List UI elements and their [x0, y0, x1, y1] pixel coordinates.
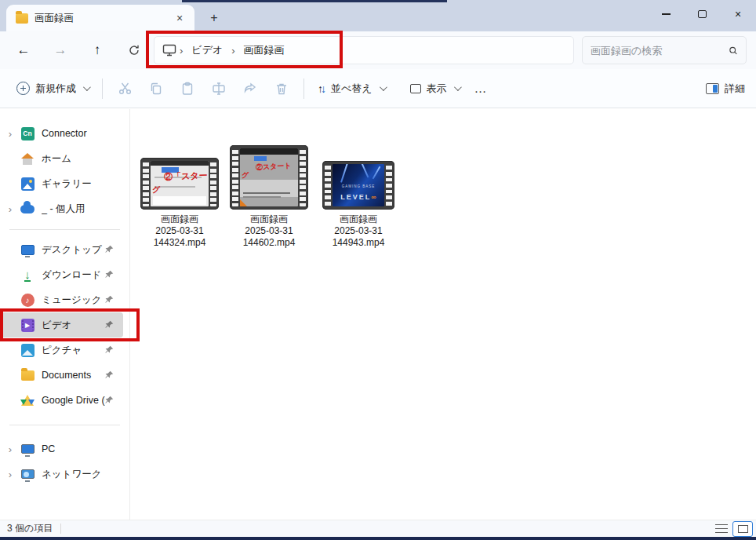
file-name: 画面録画 2025-03-31 144602.mp4 — [243, 213, 296, 249]
copy-icon — [149, 82, 163, 96]
details-button[interactable]: 詳細 — [706, 82, 745, 96]
sort-button-label: 並べ替え — [331, 82, 373, 96]
new-button[interactable]: 新規作成 — [9, 77, 96, 100]
titlebar: 画面録画 × + × — [0, 0, 756, 31]
pin-icon — [105, 343, 114, 357]
top-edge-strip — [182, 0, 447, 2]
cut-button[interactable] — [109, 75, 140, 102]
file-item-2[interactable]: ②スタート グ 画面録画 2025-03-31 144602.mp4 — [229, 126, 309, 249]
trash-icon — [274, 82, 289, 96]
pin-icon — [105, 293, 114, 307]
sidebar-item-downloads[interactable]: ↓ ダウンロード — [0, 262, 123, 287]
sort-icon: ↑↓ — [318, 82, 324, 95]
view-button[interactable]: 表示 — [403, 77, 467, 100]
video-thumbnail-3: GAMING BASE LEVEL∞ — [322, 161, 394, 210]
delete-button[interactable] — [266, 75, 297, 102]
sidebar-item-connector[interactable]: › Cn Connector — [0, 121, 123, 146]
share-button[interactable] — [234, 75, 266, 102]
tab-title: 画面録画 — [35, 12, 171, 25]
pin-icon — [105, 243, 114, 257]
breadcrumb-current-folder[interactable]: 画面録画 — [238, 41, 290, 60]
sidebar-item-pc[interactable]: › PC — [0, 436, 123, 462]
details-pane-icon — [706, 83, 719, 94]
sidebar-item-videos[interactable]: ▶ ビデオ — [0, 312, 123, 338]
thumb2-annotation-text: ②スタート — [256, 161, 292, 173]
search-box[interactable] — [582, 36, 747, 64]
onedrive-cloud-icon — [20, 205, 35, 213]
sidebar-item-pictures[interactable]: ピクチャ — [0, 338, 123, 363]
thumbnail-view-toggle[interactable] — [732, 521, 753, 537]
share-icon — [243, 82, 257, 96]
scissors-icon — [118, 81, 133, 96]
pin-icon — [105, 393, 114, 407]
up-button[interactable]: ↑ — [84, 38, 111, 63]
file-explorer-window: 画面録画 × + × ← → ↑ › ビデオ › 画面録画 — [0, 0, 756, 540]
paste-button[interactable] — [172, 75, 203, 102]
command-toolbar: 新規作成 — [0, 69, 756, 108]
sidebar-item-documents[interactable]: Documents — [0, 363, 123, 388]
expand-chevron-icon[interactable]: › — [0, 443, 20, 455]
view-button-label: 表示 — [427, 82, 447, 96]
expand-chevron-icon[interactable]: › — [0, 469, 20, 480]
new-button-label: 新規作成 — [35, 82, 76, 96]
sidebar-item-desktop[interactable]: デスクトップ — [0, 237, 123, 262]
connector-icon: Cn — [21, 127, 35, 140]
sidebar-item-onedrive[interactable]: › _ - 個人用 — [0, 196, 123, 221]
sort-button[interactable]: ↑↓ 並べ替え — [311, 77, 392, 100]
caption-controls: × — [648, 0, 756, 28]
pin-icon — [105, 368, 114, 382]
clipboard-icon — [180, 82, 194, 96]
details-button-label: 詳細 — [725, 82, 745, 96]
list-view-toggle[interactable] — [715, 524, 728, 534]
thumb3-infinity-logo: ∞ — [371, 193, 376, 201]
more-options-button[interactable]: … — [467, 82, 496, 96]
back-button[interactable]: ← — [10, 38, 37, 63]
sidebar-item-home[interactable]: ホーム — [0, 146, 123, 171]
search-input[interactable] — [591, 45, 729, 57]
thumb3-brand-main: LEVEL — [340, 193, 371, 201]
minimize-button[interactable] — [648, 0, 684, 28]
pc-icon — [21, 444, 35, 454]
sidebar-divider — [9, 229, 120, 230]
view-icon — [410, 84, 421, 93]
network-icon — [21, 469, 35, 479]
file-item-1[interactable]: ②「スター グ 画面録画 2025-03-31 144324.mp4 — [140, 126, 220, 249]
sidebar-item-network[interactable]: › ネットワーク — [0, 462, 123, 487]
rename-icon — [212, 82, 226, 96]
monitor-icon — [162, 44, 176, 57]
thumb1-annotation-text: ②「スター — [164, 170, 208, 183]
thumbnail-view-icon — [738, 525, 748, 533]
file-item-3[interactable]: GAMING BASE LEVEL∞ 画面録画 2025-03-31 14494… — [318, 126, 398, 249]
navigation-sidebar: › Cn Connector ホーム ギャラリー › _ - 個人用 — [0, 109, 130, 520]
forward-button[interactable]: → — [47, 38, 74, 63]
toolbar-divider — [303, 78, 304, 99]
tab-close-icon[interactable]: × — [171, 9, 188, 27]
explorer-tab[interactable]: 画面録画 × — [6, 5, 194, 31]
toolbar-divider — [102, 78, 103, 99]
chevron-down-icon — [83, 83, 91, 91]
sidebar-item-google-drive[interactable]: Google Drive (G: — [0, 388, 123, 413]
sidebar-item-gallery[interactable]: ギャラリー — [0, 171, 123, 196]
file-list-area: ②「スター グ 画面録画 2025-03-31 144324.mp4 — [130, 109, 756, 520]
copy-button[interactable] — [140, 75, 172, 102]
breadcrumb-videos[interactable]: ビデオ — [186, 41, 228, 60]
expand-chevron-icon[interactable]: › — [0, 203, 20, 215]
google-drive-icon — [21, 395, 34, 406]
file-name: 画面録画 2025-03-31 144943.mp4 — [333, 213, 385, 249]
statusbar-divider — [60, 524, 61, 534]
address-bar[interactable]: › ビデオ › 画面録画 — [154, 36, 574, 64]
documents-folder-icon — [21, 370, 35, 381]
search-icon — [729, 45, 738, 57]
new-tab-button[interactable]: + — [204, 8, 224, 28]
expand-chevron-icon[interactable]: › — [0, 128, 20, 140]
refresh-button[interactable] — [121, 38, 147, 63]
pin-icon — [105, 268, 114, 282]
music-icon: ♪ — [21, 294, 35, 307]
close-button[interactable]: × — [720, 0, 756, 28]
video-thumbnail-2: ②スタート グ — [230, 145, 308, 210]
sidebar-item-music[interactable]: ♪ ミュージック — [0, 287, 123, 312]
rename-button[interactable] — [203, 75, 234, 102]
maximize-button[interactable] — [684, 0, 720, 28]
sidebar-divider — [9, 425, 120, 425]
desktop-icon — [21, 245, 35, 255]
